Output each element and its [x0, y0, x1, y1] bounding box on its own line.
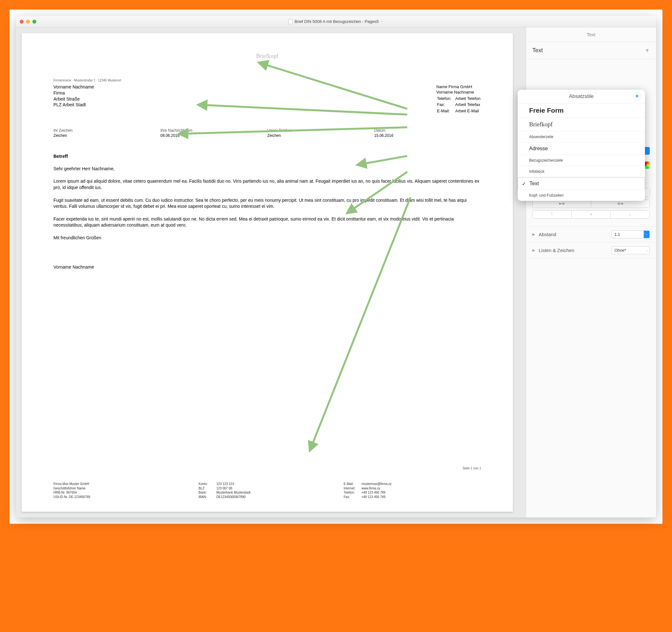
document-canvas[interactable]: Briefkopf Firmenname · Musterstraße 1 · … [16, 27, 526, 517]
letterhead[interactable]: Briefkopf [53, 52, 481, 60]
popover-title: Absatzstile [569, 94, 594, 99]
spacing-select[interactable]: 1,1 ⌃⌄ [611, 230, 650, 238]
indent-button[interactable]: ≡⇥ [591, 200, 649, 208]
page-number: Seite 1 von 1 [463, 466, 481, 471]
paragraph-styles-popover: Absatzstile + Freie FormBriefkopfAbsende… [518, 90, 645, 201]
sender-line[interactable]: Firmenname · Musterstraße 1 · 12345 Must… [53, 78, 481, 83]
add-style-button[interactable]: + [633, 92, 641, 100]
style-option[interactable]: Adresse [518, 143, 645, 155]
style-option[interactable]: Infoblock [518, 166, 645, 177]
spacing-row[interactable]: ▶ Abstand 1,1 ⌃⌄ [526, 227, 656, 242]
zoom-icon[interactable] [32, 20, 36, 24]
minimize-icon[interactable] [26, 20, 30, 24]
style-option[interactable]: Briefkopf [518, 118, 645, 132]
window-title[interactable]: Brief DIN 5008 A mit Bezugszeichen - Pag… [16, 19, 656, 24]
disclosure-triangle-icon: ▶ [532, 248, 535, 252]
style-selector[interactable]: Text ▼ [526, 42, 656, 59]
valign-top-button[interactable]: ⟙ [533, 211, 572, 218]
style-option[interactable]: Bezugszeichenzeile [518, 155, 645, 166]
chevron-down-icon: ▼ [645, 48, 650, 53]
salutation[interactable]: Sehr geehrter Herr Nachname, [53, 166, 481, 172]
closing[interactable]: Mit freundlichen Grüßen [53, 235, 481, 241]
titlebar: Brief DIN 5008 A mit Bezugszeichen - Pag… [16, 16, 656, 27]
reference-line[interactable]: Ihr ZeichenZeichenIhre Nachricht vom08.0… [53, 128, 481, 138]
body-paragraph[interactable]: Lorem ipsum ad qui aliquid dolore, vitae… [53, 178, 481, 191]
document-icon [288, 19, 293, 24]
vertical-alignment: ⟙ ✶ ⟘ [532, 210, 650, 219]
body-paragraph[interactable]: Facer expetenda ius te, sint mundi aperi… [53, 216, 481, 229]
close-icon[interactable] [20, 20, 24, 24]
style-option[interactable]: Freie Form [518, 103, 645, 118]
window-title-text: Brief DIN 5008 A mit Bezugszeichen - Pag… [295, 19, 379, 24]
disclosure-triangle-icon: ▶ [532, 232, 535, 236]
valign-bottom-button[interactable]: ⟘ [610, 211, 649, 218]
footer[interactable]: Firma Max Muster GmbHGeschäftsführer Nam… [53, 482, 481, 499]
signature[interactable]: Vorname Nachname [53, 264, 481, 270]
style-option[interactable]: Text [518, 177, 645, 190]
style-option[interactable]: Absenderzeile [518, 132, 645, 143]
subject[interactable]: Betreff [53, 154, 481, 159]
style-option[interactable]: Kopf- und Fußzeilen [518, 190, 645, 201]
app-window: Brief DIN 5008 A mit Bezugszeichen - Pag… [16, 16, 656, 517]
info-block[interactable]: Name Firma GmbH Vorname Nachname Telefon… [436, 84, 481, 115]
outdent-button[interactable]: ⇤≡ [533, 200, 591, 208]
lists-select[interactable]: Ohne* ⌄ [611, 246, 650, 254]
lists-row[interactable]: ▶ Listen & Zeichen Ohne* ⌄ [526, 242, 656, 258]
valign-middle-button[interactable]: ✶ [572, 211, 611, 218]
recipient-address[interactable]: Vorname Nachname Firma Arbeit Straße PLZ… [53, 84, 436, 115]
document-page: Briefkopf Firmenname · Musterstraße 1 · … [22, 33, 513, 512]
body-paragraph[interactable]: Fugit suavitate ad eam, ut essent debiti… [53, 197, 481, 210]
chevron-down-icon: ﹀ [381, 19, 384, 24]
inspector-tab-text[interactable]: Text [526, 27, 656, 42]
